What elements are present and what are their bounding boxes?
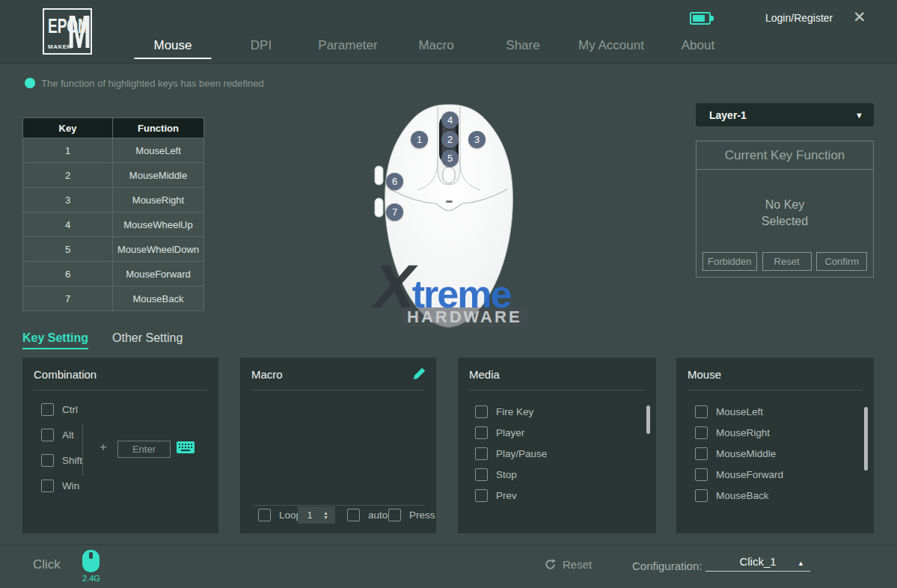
player-checkbox[interactable]: [475, 426, 488, 439]
prev-checkbox[interactable]: [475, 489, 488, 502]
stepper-down-icon[interactable]: ▼: [323, 515, 328, 520]
mouse-option-left[interactable]: MouseLeft: [695, 405, 763, 418]
function-cell: MouseRight: [113, 188, 204, 212]
mouseforward-checkbox[interactable]: [695, 468, 708, 481]
key-badge-5[interactable]: 5: [441, 150, 459, 167]
refresh-icon: [544, 558, 557, 571]
win-label: Win: [62, 480, 79, 491]
shift-checkbox[interactable]: [41, 454, 54, 467]
stop-checkbox[interactable]: [475, 468, 488, 481]
tab-key-setting[interactable]: Key Setting: [22, 331, 88, 349]
divider: [688, 390, 863, 391]
mouse-option-right[interactable]: MouseRight: [695, 426, 770, 439]
configuration-label: Configuration:: [632, 560, 702, 572]
configuration-select[interactable]: Click_1 ▲: [705, 555, 810, 572]
key-cell: 5: [23, 237, 113, 262]
media-scrollbar[interactable]: [646, 405, 650, 434]
mouse-option-middle[interactable]: MouseMiddle: [695, 447, 776, 460]
shift-label: Shift: [62, 455, 82, 466]
media-option-stop[interactable]: Stop: [475, 468, 517, 481]
reset-configuration-button[interactable]: Reset: [544, 558, 592, 571]
keyboard-icon[interactable]: [177, 441, 195, 453]
reset-key-button[interactable]: Reset: [762, 252, 812, 271]
current-key-function-title: Current Key Function: [697, 141, 873, 170]
auto-option[interactable]: auto: [347, 509, 388, 521]
layer-select[interactable]: Layer-1 ▼: [696, 103, 874, 126]
fire-key-checkbox[interactable]: [475, 405, 488, 418]
layer-select-value: Layer-1: [709, 109, 747, 121]
table-row[interactable]: 1MouseLeft: [23, 138, 204, 163]
modifier-ctrl[interactable]: Ctrl: [41, 403, 78, 416]
table-row[interactable]: 4MouseWheelUp: [23, 212, 204, 237]
combination-key-input[interactable]: [117, 441, 171, 458]
connected-mouse-icon[interactable]: [82, 550, 100, 572]
mouse-panel-scrollbar[interactable]: [864, 407, 868, 471]
table-row[interactable]: 5MouseWheelDown: [23, 237, 204, 262]
confirm-button[interactable]: Confirm: [816, 252, 867, 271]
mouseback-checkbox[interactable]: [695, 489, 708, 502]
ctrl-checkbox[interactable]: [41, 403, 54, 416]
key-cell: 2: [23, 163, 113, 188]
key-badge-4[interactable]: 4: [441, 111, 459, 129]
table-row[interactable]: 3MouseRight: [23, 188, 204, 212]
media-option-play-pause[interactable]: Play/Pause: [475, 447, 547, 460]
press-option[interactable]: Press: [388, 509, 435, 521]
combination-panel: Combination Ctrl Alt Shift Win +: [22, 358, 218, 533]
media-option-player[interactable]: Player: [475, 426, 524, 439]
table-row[interactable]: 7MouseBack: [23, 287, 204, 311]
no-key-line2: Selected: [697, 213, 873, 230]
key-cell: 3: [23, 188, 113, 212]
modifier-alt[interactable]: Alt: [41, 429, 74, 441]
chevron-down-icon: ▼: [855, 111, 863, 120]
mouse-option-back[interactable]: MouseBack: [695, 489, 769, 502]
login-register-link[interactable]: Login/Register: [765, 12, 833, 24]
mouseleft-label: MouseLeft: [716, 406, 763, 417]
tab-about[interactable]: About: [682, 38, 714, 53]
table-row[interactable]: 2MouseMiddle: [23, 163, 204, 188]
alt-checkbox[interactable]: [41, 429, 54, 441]
stepper-arrows[interactable]: ▲ ▼: [323, 511, 328, 520]
play-pause-checkbox[interactable]: [475, 447, 488, 460]
mousemiddle-checkbox[interactable]: [695, 447, 708, 460]
edit-pencil-icon[interactable]: [413, 367, 426, 380]
tab-parameter[interactable]: Parameter: [318, 38, 377, 53]
mouseright-checkbox[interactable]: [695, 426, 708, 439]
mouseforward-label: MouseForward: [716, 469, 783, 480]
status-message: The function of highlighted keys has bee…: [41, 78, 264, 89]
column-header-function: Function: [113, 118, 204, 138]
media-option-fire-key[interactable]: Fire Key: [475, 405, 533, 418]
key-badge-1[interactable]: 1: [411, 131, 428, 148]
key-badge-6[interactable]: 6: [386, 173, 403, 190]
no-key-line1: No Key: [697, 197, 873, 213]
auto-checkbox[interactable]: [347, 509, 360, 521]
loop-count-stepper[interactable]: 1 ▲ ▼: [298, 506, 335, 524]
media-title: Media: [469, 368, 500, 381]
key-badge-3[interactable]: 3: [468, 131, 486, 148]
key-cell: 7: [23, 287, 113, 311]
modifier-shift[interactable]: Shift: [41, 454, 82, 467]
alt-label: Alt: [62, 429, 74, 441]
key-function-table: Key Function 1MouseLeft 2MouseMiddle 3Mo…: [22, 117, 204, 311]
loop-option[interactable]: Loop: [258, 509, 301, 521]
table-row[interactable]: 6MouseForward: [23, 262, 204, 287]
tab-my-account[interactable]: My Account: [578, 38, 644, 53]
press-label: Press: [409, 509, 435, 521]
combination-title: Combination: [34, 368, 97, 381]
tab-mouse[interactable]: Mouse: [134, 38, 211, 59]
tab-dpi[interactable]: DPI: [251, 38, 272, 53]
tab-other-setting[interactable]: Other Setting: [112, 331, 183, 345]
mouse-option-forward[interactable]: MouseForward: [695, 468, 783, 481]
close-icon[interactable]: ✕: [853, 8, 866, 26]
key-badge-7[interactable]: 7: [386, 203, 403, 221]
forbidden-button[interactable]: Forbidden: [702, 252, 757, 271]
mouseleft-checkbox[interactable]: [695, 405, 708, 418]
epomaker-driver-window: EPOM MAKER M Mouse DPI Parameter Macro S…: [0, 0, 897, 588]
modifier-win[interactable]: Win: [41, 480, 79, 492]
key-badge-2[interactable]: 2: [441, 131, 459, 148]
media-option-prev[interactable]: Prev: [475, 489, 517, 502]
press-checkbox[interactable]: [388, 509, 401, 521]
tab-share[interactable]: Share: [506, 38, 539, 53]
win-checkbox[interactable]: [41, 480, 54, 492]
loop-checkbox[interactable]: [258, 509, 271, 521]
tab-macro[interactable]: Macro: [418, 38, 453, 53]
